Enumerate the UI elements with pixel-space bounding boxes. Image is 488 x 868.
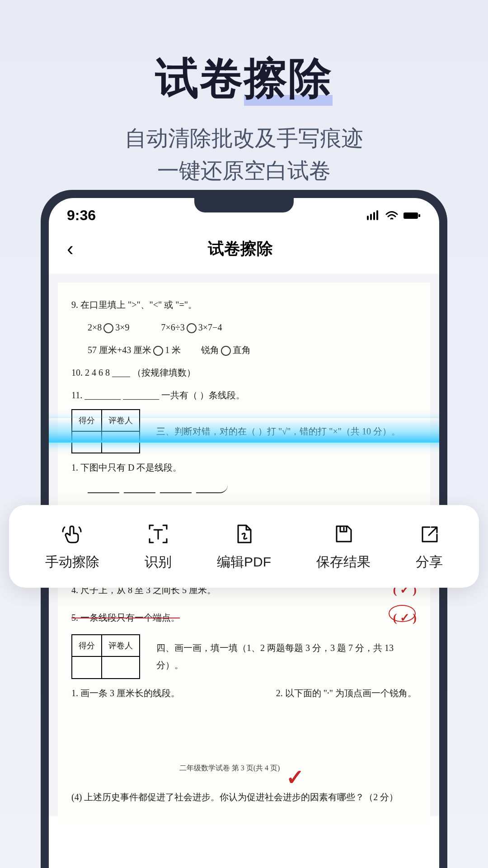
- tool-label: 手动擦除: [45, 553, 99, 571]
- hero-title-highlight: 擦除: [244, 50, 333, 108]
- blank-circle-icon: [221, 346, 231, 356]
- tool-label: 编辑PDF: [217, 553, 271, 571]
- tool-label: 识别: [145, 553, 172, 571]
- hand-tap-icon: [60, 521, 85, 547]
- doc-section4-header: 得分评卷人 四、画一画，填一填（1、2 两题每题 3 分，3 题 7 分，共 1…: [71, 634, 417, 679]
- pdf-file-icon: [231, 521, 257, 547]
- doc-q9: 9. 在口里填上 ">"、"<" 或 "="。: [71, 296, 417, 313]
- doc-footer: 二年级数学试卷 第 3 页(共 4 页): [71, 761, 417, 775]
- tool-label: 保存结果: [316, 553, 371, 571]
- doc-j1: 1. 下图中只有 D 不是线段。: [71, 459, 417, 476]
- save-icon: [331, 521, 356, 547]
- doc-q4-bottom: (4) 上述历史事件都促进了社会进步。你认为促进社会进步的因素有哪些？（2 分）: [71, 788, 417, 806]
- hero-sub-line2: 一键还原空白试卷: [0, 155, 488, 187]
- status-indicators: [367, 207, 421, 224]
- scan-progress-line: [49, 418, 439, 443]
- share-button[interactable]: 分享: [416, 521, 443, 571]
- hero-title-plain: 试卷: [155, 54, 244, 102]
- doc-sec4-text: 四、画一画，填一填（1、2 两题每题 3 分，3 题 7 分，共 13 分）。: [156, 639, 417, 674]
- ocr-button[interactable]: 识别: [145, 521, 172, 571]
- edit-pdf-button[interactable]: 编辑PDF: [217, 521, 271, 571]
- hero-subtitle: 自动清除批改及手写痕迹 一键还原空白试卷: [0, 122, 488, 187]
- mark-correct-circled-icon: ( ✓ ): [393, 607, 417, 629]
- doc-q9-row1: 2×83×9 7×6÷33×7−4: [71, 319, 417, 336]
- tool-label: 分享: [416, 553, 443, 571]
- wifi-icon: [385, 207, 399, 224]
- manual-erase-button[interactable]: 手动擦除: [45, 521, 99, 571]
- text-scan-icon: [145, 521, 171, 547]
- svg-rect-0: [404, 212, 418, 219]
- battery-icon: [403, 207, 421, 224]
- doc-draw-row: 1. 画一条 3 厘米长的线段。 2. 以下面的 "·" 为顶点画一个锐角。: [71, 684, 417, 702]
- back-button[interactable]: ‹: [62, 237, 78, 260]
- status-time: 9:36: [67, 207, 96, 224]
- save-result-button[interactable]: 保存结果: [316, 521, 371, 571]
- doc-q11: 11. ________ ________ 一共有（ ）条线段。: [71, 387, 417, 404]
- blank-circle-icon: [187, 323, 197, 333]
- blank-circle-icon: [153, 346, 163, 356]
- doc-j5: 5. 一条线段只有一个端点。( ✓ ): [71, 607, 417, 629]
- app-header: ‹ 试卷擦除: [49, 228, 439, 269]
- doc-q9-row2: 57 厘米+43 厘米1 米 锐角直角: [71, 341, 417, 359]
- blank-circle-icon: [103, 323, 113, 333]
- share-icon: [417, 521, 442, 547]
- signal-icon: [367, 207, 380, 224]
- score-table: 得分评卷人: [71, 634, 140, 679]
- phone-notch: [194, 198, 294, 212]
- svg-rect-1: [418, 214, 420, 217]
- doc-j1-blanks: [71, 481, 417, 499]
- hero-title: 试卷擦除: [0, 50, 488, 108]
- doc-q10: 10. 2 4 6 8 ____ （按规律填数）: [71, 364, 417, 381]
- hero-sub-line1: 自动清除批改及手写痕迹: [0, 122, 488, 155]
- bottom-toolbar: 手动擦除 识别 编辑PDF 保存结果 分享: [9, 505, 479, 588]
- page-title: 试卷擦除: [78, 238, 403, 260]
